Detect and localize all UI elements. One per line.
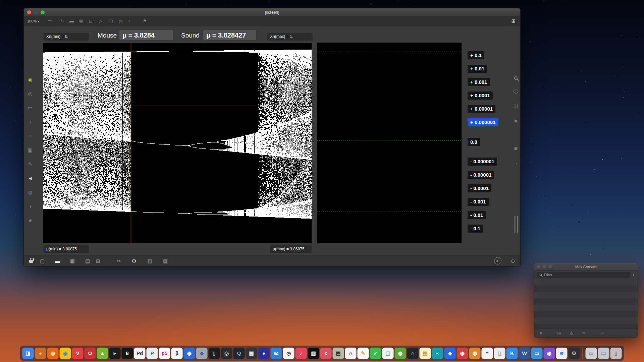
wrench-icon[interactable]: ⚙ [132, 258, 136, 264]
console-zoom-button[interactable] [548, 265, 552, 268]
dock-airdrop[interactable]: ≋ [556, 348, 568, 359]
snippet-icon[interactable]: ✂ [117, 258, 121, 264]
playbar-icon[interactable]: ▷ [99, 18, 102, 24]
new-object-icon[interactable]: ▭ [48, 18, 52, 24]
lock-icon[interactable] [29, 260, 33, 263]
comment-icon[interactable]: ▬ [55, 258, 60, 264]
info-icon[interactable]: i [514, 89, 518, 94]
increment-button[interactable]: + 0.0001 [468, 92, 493, 100]
sound-mu-numbox[interactable]: μ = 3.828427 [203, 30, 256, 40]
toggle-icon[interactable]: ◻ [89, 18, 93, 24]
dock-opera[interactable]: O [85, 348, 96, 359]
dock-city-app[interactable]: ⌂ [407, 348, 419, 359]
filter-input[interactable] [544, 273, 628, 277]
dock-fox-app[interactable]: ● [35, 348, 46, 359]
dock-finder[interactable]: ◨ [22, 348, 34, 359]
dock-word[interactable]: W [519, 348, 530, 359]
dock-processing[interactable]: P [147, 348, 158, 359]
dock-p5js[interactable]: p5 [159, 348, 170, 359]
dock-vysor[interactable]: ◍ [395, 348, 406, 359]
decrement-button[interactable]: - 0.0001 [468, 184, 491, 192]
dock-iphone-sim[interactable]: ▯ [209, 348, 220, 359]
new-comment-icon[interactable]: ▬ [69, 18, 74, 24]
speaker-icon[interactable]: ◄ [28, 175, 33, 181]
dock-eight-ball[interactable]: 8 [122, 348, 133, 359]
dock-ableton[interactable]: ▤ [333, 348, 344, 359]
back-icon[interactable]: ← [600, 330, 605, 336]
dock-textedit[interactable]: A [345, 348, 357, 359]
console-close-button[interactable] [537, 265, 540, 268]
increment-button[interactable]: + 0.000001 [468, 118, 498, 126]
dock-minimized-window-2[interactable]: ▭ [598, 348, 609, 359]
phase-icon[interactable]: ◑ [29, 203, 32, 209]
zoom-control[interactable]: 100%▾ [27, 19, 39, 23]
keyboard-icon[interactable]: ▦ [163, 258, 168, 264]
objects-icon[interactable]: ▣ [70, 258, 75, 264]
snapshot-camera-icon[interactable]: ◙ [514, 145, 517, 152]
add-filter-button[interactable]: + [632, 272, 635, 278]
zero-button[interactable]: 0.0 [468, 138, 480, 146]
panel-icon[interactable]: ◫ [109, 18, 113, 24]
dock-max[interactable]: ◉ [544, 348, 555, 359]
dock-notes[interactable]: ▤ [420, 348, 431, 359]
dock-puredata[interactable]: Pd [134, 348, 146, 359]
console-title-bar[interactable]: Max Console [534, 263, 638, 270]
dock-pages[interactable]: ✎ [358, 348, 369, 359]
increment-button[interactable]: + 0.1 [468, 51, 484, 59]
dock-clock[interactable]: ◷ [283, 348, 294, 359]
grid-toggle-icon[interactable]: ⊞ [511, 18, 516, 24]
dock-beta-app[interactable]: β [171, 348, 183, 359]
minimize-button[interactable] [34, 10, 38, 14]
decrement-button[interactable]: - 0.00001 [468, 171, 494, 179]
dock-blue-eye-app[interactable]: ◉ [184, 348, 195, 359]
dock-virtualbox[interactable]: ◆ [196, 348, 208, 359]
record-icon[interactable]: ◎ [28, 91, 32, 97]
mute-icon[interactable]: ◍ [28, 189, 32, 195]
clock-icon[interactable]: ◷ [119, 18, 122, 24]
dock-minimized-window-1[interactable]: ▭ [586, 348, 597, 359]
mouse-mu-numbox[interactable]: μ = 3.8284 [119, 30, 173, 40]
attachment-icon[interactable]: ✎ [28, 161, 33, 167]
group-icon[interactable]: ▤ [85, 258, 90, 264]
bifurcation-display[interactable] [43, 43, 312, 243]
power-icon[interactable]: ⊙ [511, 258, 515, 264]
grid-icon[interactable]: ⊞ [96, 258, 100, 264]
star-icon[interactable]: ★ [28, 218, 32, 224]
send-icon[interactable]: ⚑ [143, 18, 147, 24]
console-filter-field[interactable] [537, 272, 630, 278]
decrement-button[interactable]: - 0.01 [468, 211, 486, 219]
dock-arduino[interactable]: ∞ [432, 348, 443, 359]
slider-icon[interactable]: ▭ [28, 105, 33, 111]
dock-discord[interactable]: ● [258, 348, 270, 359]
add-icon[interactable]: + [128, 18, 131, 24]
dock-terminal[interactable]: ▸ [109, 348, 121, 359]
dock-firefox[interactable]: ◉ [47, 348, 59, 359]
decrement-button[interactable]: - 0.1 [468, 225, 483, 233]
dock-photos[interactable]: ◎ [221, 348, 232, 359]
piano-icon[interactable]: ▥ [147, 258, 152, 264]
select-icon[interactable]: ▢ [40, 258, 45, 264]
level-meter-icon[interactable] [514, 216, 518, 233]
increment-button[interactable]: + 0.001 [468, 78, 490, 86]
search-icon[interactable] [514, 76, 518, 80]
dock-safari[interactable]: ◈ [444, 348, 456, 359]
dock-system-preferences[interactable]: ⚙ [569, 348, 580, 359]
play-button[interactable]: ▶ [494, 257, 501, 264]
dock-vivaldi[interactable]: V [72, 348, 84, 359]
close-button[interactable] [27, 10, 31, 14]
dock-piano-app[interactable]: ▥ [308, 348, 319, 359]
audio-on-icon[interactable]: ◉ [28, 77, 32, 83]
decrement-button[interactable]: - 0.001 [468, 198, 489, 206]
dock-calculator[interactable]: = [482, 348, 493, 359]
midi-note-icon[interactable]: ♪ [29, 119, 32, 125]
dock-itunes[interactable]: ♫ [320, 348, 332, 359]
new-bpatcher-icon[interactable]: ◳ [59, 18, 63, 24]
list-icon[interactable]: ≡ [515, 118, 518, 124]
dock-chrome[interactable]: ◉ [60, 348, 71, 359]
history-icon[interactable]: ◷ [557, 330, 561, 336]
dock-keynote[interactable]: K [506, 348, 518, 359]
list-options-icon[interactable]: ≡ [582, 330, 585, 336]
increment-button[interactable]: + 0.01 [468, 65, 487, 73]
dock-music[interactable]: ♪ [296, 348, 307, 359]
filters-icon[interactable]: ≈ [515, 160, 517, 166]
